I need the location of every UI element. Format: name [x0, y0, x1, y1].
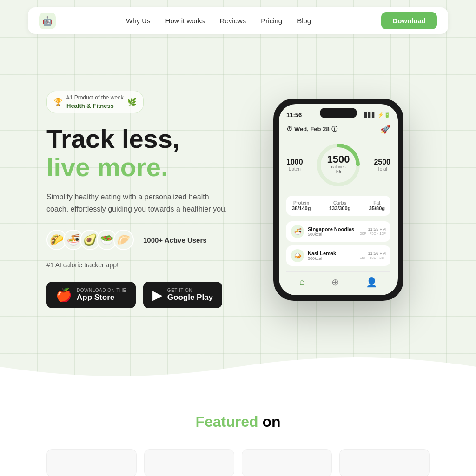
avatar-5: 🥟: [113, 230, 134, 250]
calories-eaten-text: Eaten: [286, 166, 303, 172]
info-icon: ⓘ: [331, 125, 337, 133]
laurel-right-icon: 🌿: [127, 98, 137, 106]
featured-logo-2: [144, 449, 234, 476]
phone-screen: 11:56 ▋▋▋ ⚡🔋 ⏱ Wed, Feb 28 ⓘ 🚀: [279, 104, 398, 295]
logo[interactable]: 🤖: [39, 13, 56, 29]
macro-protein: Protein 38/140g: [292, 200, 311, 211]
play-store-label-large: Google Play: [167, 293, 213, 302]
hero-subtitle: Simplify healthy eating with a personali…: [46, 191, 229, 215]
food-log: 🍜 Singapore Noodles 500kcal 11:55 PM 20P…: [286, 221, 390, 266]
phone-time: 11:56: [286, 112, 302, 119]
calories-eaten-value: 1000: [286, 158, 303, 166]
play-store-icon: ▶: [152, 287, 163, 303]
hero-tagline: #1 AI calorie tracker app!: [46, 261, 229, 269]
signal-icon: ▋▋▋: [364, 112, 376, 118]
macro-fat: Fat 35/80g: [369, 200, 385, 211]
macros-row: Protein 38/140g Carbs 133/300g Fat 35/80…: [286, 196, 390, 216]
featured-logo-1: [46, 449, 137, 476]
user-avatars-row: 🌮 🍜 🥑 🥗 🥟 1000+ Active Users: [46, 230, 229, 250]
apple-icon: 🍎: [56, 287, 72, 303]
food-time-1: 11:55 PM: [360, 227, 386, 231]
macro-fat-label: Fat: [369, 200, 385, 205]
profile-nav-icon[interactable]: 👤: [366, 277, 377, 288]
macro-carbs: Carbs 133/300g: [329, 200, 350, 211]
food-icon-2: 🍛: [291, 249, 304, 262]
app-date: ⏱ Wed, Feb 28 ⓘ: [286, 125, 337, 133]
home-nav-icon[interactable]: ⌂: [299, 277, 305, 288]
macro-fat-value: 35/80g: [369, 205, 385, 211]
play-store-button[interactable]: ▶ GET IT ON Google Play: [143, 282, 222, 308]
food-name-1: Singapore Noodles: [308, 226, 356, 232]
navbar: 🤖 Why Us How it works Reviews Pricing Bl…: [28, 7, 448, 34]
featured-title: Featured on: [46, 413, 430, 430]
store-buttons: 🍎 Download on the App Store ▶ GET IT ON …: [46, 282, 229, 308]
nav-reviews[interactable]: Reviews: [220, 17, 246, 25]
nav-why-us[interactable]: Why Us: [126, 17, 151, 25]
food-cals-1: 500kcal: [308, 232, 356, 237]
play-store-label-small: GET IT ON: [167, 288, 213, 293]
food-item-1: 🍜 Singapore Noodles 500kcal 11:55 PM 20P…: [286, 221, 390, 242]
featured-logos: [46, 449, 430, 476]
food-item-2: 🍛 Nasi Lemak 500kcal 11:56 PM 18P · 58C …: [286, 245, 390, 266]
app-store-button[interactable]: 🍎 Download on the App Store: [46, 282, 136, 308]
featured-title-black: on: [262, 413, 280, 430]
circle-center: 1500 calories left: [327, 154, 350, 175]
macro-carbs-value: 133/300g: [329, 205, 350, 211]
phone-mockup: 11:56 ▋▋▋ ⚡🔋 ⏱ Wed, Feb 28 ⓘ 🚀: [273, 99, 403, 301]
featured-section: Featured on: [0, 385, 476, 476]
nav-download-button[interactable]: Download: [381, 12, 437, 29]
calories-total-label: 2500 Total: [374, 158, 390, 172]
featured-title-green: Featured: [195, 413, 258, 430]
badge-rank: #1 Product of the week: [66, 94, 124, 101]
avatar-row: 🌮 🍜 🥑 🥗 🥟: [46, 230, 130, 250]
app-store-label-large: App Store: [77, 293, 126, 302]
app-store-label-small: Download on the: [77, 288, 126, 293]
nav-links: Why Us How it works Reviews Pricing Blog: [126, 17, 311, 25]
logo-icon: 🤖: [39, 13, 56, 29]
macro-protein-value: 38/140g: [292, 205, 311, 211]
product-badge: 🏆 #1 Product of the week Health & Fitnes…: [46, 91, 144, 113]
nav-pricing[interactable]: Pricing: [261, 17, 282, 25]
phone-status-icons: ▋▋▋ ⚡🔋: [364, 112, 390, 118]
nav-how-it-works[interactable]: How it works: [165, 17, 205, 25]
calorie-circle: 1500 calories left: [315, 142, 362, 188]
calories-left-value: 1500: [327, 154, 350, 165]
macro-carbs-label: Carbs: [329, 200, 350, 205]
featured-logo-4: [339, 449, 430, 476]
laurel-left-icon: 🏆: [53, 98, 63, 106]
user-count: 1000+ Active Users: [143, 236, 207, 244]
hero-title-black: Track less,: [46, 124, 179, 153]
calories-eaten-label: 1000 Eaten: [286, 158, 303, 172]
macro-protein-label: Protein: [292, 200, 311, 205]
phone-notch: [320, 108, 357, 118]
food-macros-1: 20P · 75C · 10F: [360, 231, 386, 236]
calories-total-value: 2500: [374, 158, 390, 166]
battery-icon: ⚡🔋: [377, 112, 390, 118]
hero-section: 🏆 #1 Product of the week Health & Fitnes…: [0, 41, 476, 367]
hero-right: 11:56 ▋▋▋ ⚡🔋 ⏱ Wed, Feb 28 ⓘ 🚀: [247, 99, 430, 301]
add-nav-icon[interactable]: ⊕: [331, 277, 339, 288]
hero-left: 🏆 #1 Product of the week Health & Fitnes…: [46, 91, 247, 308]
calorie-circle-section: 1000 Eaten 1500 calories left: [286, 142, 390, 188]
food-macros-2: 18P · 58C · 25F: [360, 256, 386, 260]
calories-left-label: calories left: [327, 165, 350, 175]
food-cals-2: 500kcal: [308, 256, 356, 261]
food-time-2: 11:56 PM: [360, 251, 386, 256]
food-icon-1: 🍜: [291, 225, 304, 238]
app-header: ⏱ Wed, Feb 28 ⓘ 🚀: [286, 124, 390, 134]
hero-title: Track less, live more.: [46, 125, 229, 182]
nav-blog[interactable]: Blog: [297, 17, 311, 25]
rocket-icon: 🚀: [380, 124, 390, 134]
badge-category: Health & Fitness: [66, 102, 124, 110]
calories-total-text: Total: [374, 166, 390, 172]
phone-nav-bar: ⌂ ⊕ 👤: [286, 271, 390, 288]
hero-title-green: live more.: [46, 152, 168, 182]
featured-logo-3: [242, 449, 332, 476]
food-name-2: Nasi Lemak: [308, 251, 356, 256]
clock-icon: ⏱: [286, 126, 292, 132]
